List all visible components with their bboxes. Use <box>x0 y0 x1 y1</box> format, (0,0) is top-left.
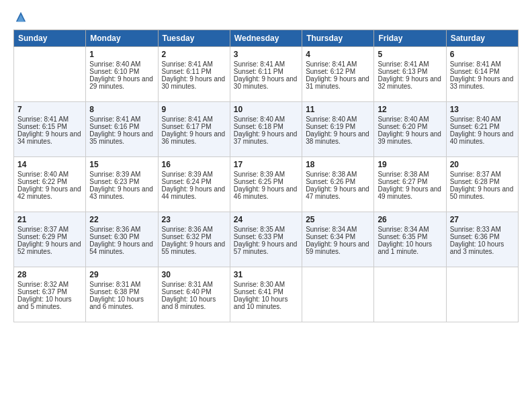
sunrise-text: Sunrise: 8:41 AM <box>17 116 82 123</box>
weekday-header-wednesday: Wednesday <box>230 30 302 47</box>
daylight-text: Daylight: 9 hours and 36 minutes. <box>162 130 226 145</box>
daylight-text: Daylight: 10 hours and 6 minutes. <box>89 295 154 310</box>
calendar-cell: 21Sunrise: 8:37 AMSunset: 6:29 PMDayligh… <box>14 212 86 267</box>
daylight-text: Daylight: 10 hours and 10 minutes. <box>234 295 298 310</box>
sunset-text: Sunset: 6:15 PM <box>17 123 82 130</box>
daylight-text: Daylight: 9 hours and 29 minutes. <box>89 75 154 90</box>
daylight-text: Daylight: 9 hours and 30 minutes. <box>234 75 298 90</box>
sunset-text: Sunset: 6:35 PM <box>378 233 442 240</box>
sunrise-text: Sunrise: 8:40 AM <box>378 116 442 123</box>
weekday-header-sunday: Sunday <box>14 30 86 47</box>
daylight-text: Daylight: 9 hours and 30 minutes. <box>162 75 226 90</box>
calendar-cell: 24Sunrise: 8:35 AMSunset: 6:33 PMDayligh… <box>230 212 302 267</box>
sunrise-text: Sunrise: 8:32 AM <box>17 281 82 288</box>
day-number: 6 <box>450 50 515 59</box>
calendar-cell: 17Sunrise: 8:39 AMSunset: 6:25 PMDayligh… <box>230 157 302 212</box>
sunrise-text: Sunrise: 8:38 AM <box>378 171 442 178</box>
calendar-cell: 5Sunrise: 8:41 AMSunset: 6:13 PMDaylight… <box>374 47 446 102</box>
calendar-cell: 18Sunrise: 8:38 AMSunset: 6:26 PMDayligh… <box>302 157 374 212</box>
sunset-text: Sunset: 6:33 PM <box>234 233 298 240</box>
daylight-text: Daylight: 9 hours and 33 minutes. <box>450 75 515 90</box>
sunset-text: Sunset: 6:14 PM <box>450 68 515 75</box>
logo-icon <box>15 11 27 23</box>
calendar-cell: 8Sunrise: 8:41 AMSunset: 6:16 PMDaylight… <box>86 102 158 157</box>
sunset-text: Sunset: 6:29 PM <box>17 233 82 240</box>
day-number: 11 <box>306 105 370 114</box>
daylight-text: Daylight: 9 hours and 32 minutes. <box>378 75 442 90</box>
calendar-week-row: 21Sunrise: 8:37 AMSunset: 6:29 PMDayligh… <box>14 212 519 267</box>
calendar-cell <box>446 267 518 322</box>
sunrise-text: Sunrise: 8:31 AM <box>162 281 226 288</box>
daylight-text: Daylight: 9 hours and 59 minutes. <box>306 240 370 255</box>
sunrise-text: Sunrise: 8:40 AM <box>17 171 82 178</box>
day-number: 2 <box>162 50 226 59</box>
sunset-text: Sunset: 6:24 PM <box>162 178 226 185</box>
daylight-text: Daylight: 9 hours and 55 minutes. <box>162 240 226 255</box>
daylight-text: Daylight: 9 hours and 44 minutes. <box>162 185 226 200</box>
sunrise-text: Sunrise: 8:41 AM <box>89 116 154 123</box>
sunset-text: Sunset: 6:20 PM <box>378 123 442 130</box>
logo <box>13 11 27 23</box>
daylight-text: Daylight: 9 hours and 39 minutes. <box>378 130 442 145</box>
daylight-text: Daylight: 9 hours and 35 minutes. <box>89 130 154 145</box>
sunrise-text: Sunrise: 8:36 AM <box>89 226 154 233</box>
daylight-text: Daylight: 9 hours and 47 minutes. <box>306 185 370 200</box>
calendar-cell: 3Sunrise: 8:41 AMSunset: 6:11 PMDaylight… <box>230 47 302 102</box>
day-number: 25 <box>306 215 370 224</box>
day-number: 24 <box>234 215 298 224</box>
day-number: 31 <box>234 270 298 279</box>
weekday-header-saturday: Saturday <box>446 30 518 47</box>
calendar-cell: 28Sunrise: 8:32 AMSunset: 6:37 PMDayligh… <box>14 267 86 322</box>
day-number: 20 <box>450 160 515 169</box>
weekday-header-thursday: Thursday <box>302 30 374 47</box>
sunset-text: Sunset: 6:36 PM <box>450 233 515 240</box>
calendar-cell: 12Sunrise: 8:40 AMSunset: 6:20 PMDayligh… <box>374 102 446 157</box>
weekday-header-tuesday: Tuesday <box>158 30 230 47</box>
calendar-week-row: 1Sunrise: 8:40 AMSunset: 6:10 PMDaylight… <box>14 47 519 102</box>
weekday-header-friday: Friday <box>374 30 446 47</box>
sunrise-text: Sunrise: 8:41 AM <box>162 60 226 68</box>
calendar-header-row: SundayMondayTuesdayWednesdayThursdayFrid… <box>14 30 519 47</box>
day-number: 12 <box>378 105 442 114</box>
day-number: 19 <box>378 160 442 169</box>
calendar-cell <box>302 267 374 322</box>
calendar-table: SundayMondayTuesdayWednesdayThursdayFrid… <box>13 30 519 322</box>
calendar-cell <box>14 47 86 102</box>
daylight-text: Daylight: 9 hours and 42 minutes. <box>17 185 82 200</box>
day-number: 3 <box>234 50 298 59</box>
calendar-cell: 1Sunrise: 8:40 AMSunset: 6:10 PMDaylight… <box>86 47 158 102</box>
calendar-cell: 22Sunrise: 8:36 AMSunset: 6:30 PMDayligh… <box>86 212 158 267</box>
calendar-week-row: 7Sunrise: 8:41 AMSunset: 6:15 PMDaylight… <box>14 102 519 157</box>
calendar-cell: 7Sunrise: 8:41 AMSunset: 6:15 PMDaylight… <box>14 102 86 157</box>
daylight-text: Daylight: 10 hours and 8 minutes. <box>162 295 226 310</box>
sunrise-text: Sunrise: 8:40 AM <box>234 116 298 123</box>
day-number: 14 <box>17 160 82 169</box>
calendar-cell: 4Sunrise: 8:41 AMSunset: 6:12 PMDaylight… <box>302 47 374 102</box>
daylight-text: Daylight: 9 hours and 54 minutes. <box>89 240 154 255</box>
daylight-text: Daylight: 9 hours and 43 minutes. <box>89 185 154 200</box>
day-number: 16 <box>162 160 226 169</box>
day-number: 9 <box>162 105 226 114</box>
sunset-text: Sunset: 6:19 PM <box>306 123 370 130</box>
sunset-text: Sunset: 6:10 PM <box>89 68 154 75</box>
sunset-text: Sunset: 6:41 PM <box>234 288 298 295</box>
day-number: 7 <box>17 105 82 114</box>
sunrise-text: Sunrise: 8:34 AM <box>306 226 370 233</box>
calendar-cell: 29Sunrise: 8:31 AMSunset: 6:38 PMDayligh… <box>86 267 158 322</box>
calendar-cell: 27Sunrise: 8:33 AMSunset: 6:36 PMDayligh… <box>446 212 518 267</box>
daylight-text: Daylight: 10 hours and 1 minute. <box>378 240 442 255</box>
daylight-text: Daylight: 10 hours and 3 minutes. <box>450 240 515 255</box>
sunset-text: Sunset: 6:11 PM <box>234 68 298 75</box>
day-number: 17 <box>234 160 298 169</box>
day-number: 15 <box>89 160 154 169</box>
sunset-text: Sunset: 6:32 PM <box>162 233 226 240</box>
sunrise-text: Sunrise: 8:41 AM <box>162 116 226 123</box>
sunset-text: Sunset: 6:13 PM <box>378 68 442 75</box>
sunset-text: Sunset: 6:37 PM <box>17 288 82 295</box>
day-number: 10 <box>234 105 298 114</box>
sunrise-text: Sunrise: 8:40 AM <box>89 60 154 68</box>
calendar-cell: 10Sunrise: 8:40 AMSunset: 6:18 PMDayligh… <box>230 102 302 157</box>
sunrise-text: Sunrise: 8:31 AM <box>89 281 154 288</box>
sunrise-text: Sunrise: 8:41 AM <box>378 60 442 68</box>
sunset-text: Sunset: 6:25 PM <box>234 178 298 185</box>
